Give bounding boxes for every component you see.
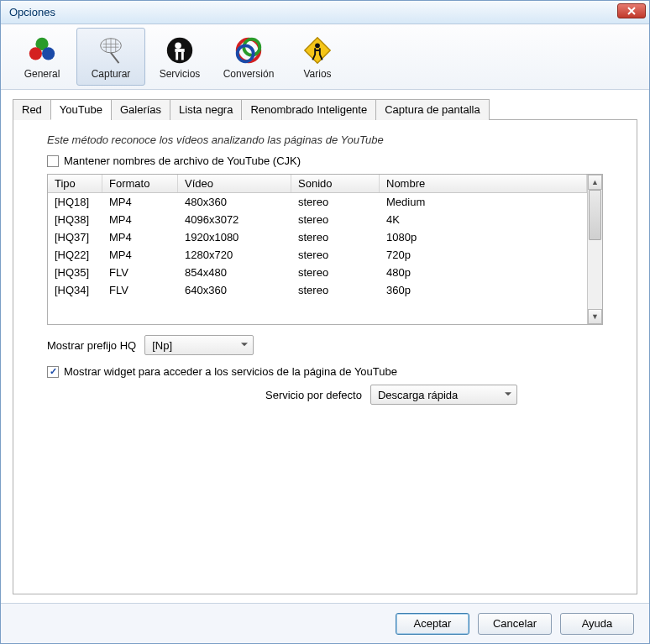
svg-point-5 (175, 42, 181, 49)
tab-captura-pantalla[interactable]: Captura de pantalla (375, 99, 489, 120)
cell-video: 640x360 (178, 281, 291, 299)
svg-rect-8 (181, 51, 184, 60)
svg-point-1 (29, 47, 42, 60)
table-row[interactable]: [HQ22]MP41280x720stereo720p (48, 246, 587, 264)
toolbar-label: Servicios (160, 68, 201, 80)
cell-tipo: [HQ18] (48, 193, 102, 211)
cell-nombre: Medium (380, 193, 587, 211)
cell-formato: MP4 (102, 193, 178, 211)
table-body: [HQ18]MP4480x360stereoMedium[HQ38]MP4409… (48, 193, 587, 299)
dialog-buttons: Aceptar Cancelar Ayuda (1, 603, 649, 643)
service-row: Servicio por defecto Descarga rápida (30, 385, 620, 405)
cell-tipo: [HQ35] (48, 264, 102, 281)
cell-video: 480x360 (178, 193, 291, 211)
sign-icon (301, 34, 333, 66)
prefix-label: Mostrar prefijo HQ (47, 339, 136, 352)
category-toolbar: General Capturar Servicios Conversión (1, 24, 649, 90)
cell-tipo: [HQ22] (48, 246, 102, 264)
col-tipo[interactable]: Tipo (48, 175, 102, 192)
cell-nombre: 720p (380, 246, 587, 264)
table-header: Tipo Formato Vídeo Sonido Nombre (48, 175, 587, 193)
keep-names-checkbox[interactable] (47, 155, 59, 167)
svg-point-2 (42, 47, 55, 60)
cell-nombre: 1080p (380, 228, 587, 246)
col-nombre[interactable]: Nombre (380, 175, 587, 192)
youtube-description: Este método reconoce los vídeos analizan… (30, 134, 620, 146)
accept-button[interactable]: Aceptar (396, 613, 469, 635)
col-formato[interactable]: Formato (102, 175, 178, 192)
service-label: Servicio por defecto (265, 389, 362, 401)
col-video[interactable]: Vídeo (178, 175, 291, 192)
services-icon (164, 34, 196, 66)
help-button[interactable]: Ayuda (560, 613, 634, 635)
widget-checkbox[interactable] (47, 366, 59, 378)
cell-video: 4096x3072 (178, 211, 291, 228)
toolbar-item-varios[interactable]: Varios (283, 28, 352, 86)
cell-video: 854x480 (178, 264, 291, 281)
toolbar-label: Capturar (92, 68, 131, 80)
cell-formato: FLV (102, 281, 178, 299)
svg-rect-6 (175, 49, 184, 52)
cell-nombre: 480p (380, 264, 587, 281)
cell-tipo: [HQ38] (48, 211, 102, 228)
toolbar-item-capturar[interactable]: Capturar (76, 28, 145, 86)
toolbar-item-general[interactable]: General (8, 28, 76, 86)
table-row[interactable]: [HQ18]MP4480x360stereoMedium (48, 193, 587, 211)
toolbar-item-servicios[interactable]: Servicios (145, 28, 214, 86)
cell-sonido: stereo (291, 228, 380, 246)
toolbar-label: Conversión (223, 68, 275, 80)
cell-sonido: stereo (291, 264, 380, 281)
scroll-up-button[interactable]: ▲ (588, 175, 602, 190)
tab-galerias[interactable]: Galerías (111, 99, 170, 120)
tab-youtube[interactable]: YouTube (50, 99, 112, 120)
toolbar-label: Varios (303, 68, 331, 80)
scroll-down-button[interactable]: ▼ (588, 309, 602, 324)
scroll-track[interactable] (588, 190, 602, 309)
keep-names-label: Mantener nombres de archivo de YouTube (… (64, 154, 301, 167)
window-title: Opciones (4, 6, 55, 18)
tab-lista-negra[interactable]: Lista negra (170, 99, 242, 120)
cell-formato: MP4 (102, 211, 178, 228)
table-row[interactable]: [HQ37]MP41920x1080stereo1080p (48, 228, 587, 246)
cell-tipo: [HQ34] (48, 281, 102, 299)
cell-sonido: stereo (291, 246, 380, 264)
cell-formato: MP4 (102, 228, 178, 246)
prefix-combo[interactable]: [Np] (144, 335, 254, 355)
cell-sonido: stereo (291, 193, 380, 211)
net-icon (95, 34, 127, 66)
service-combo[interactable]: Descarga rápida (370, 385, 517, 405)
tab-renombrado[interactable]: Renombrado Inteligente (241, 99, 376, 120)
widget-row: Mostrar widget para acceder a los servic… (30, 365, 620, 378)
table-scrollbar[interactable]: ▲ ▼ (587, 175, 602, 324)
service-value: Descarga rápida (378, 389, 458, 401)
svg-point-13 (315, 43, 320, 48)
conversion-icon (233, 34, 265, 66)
close-button[interactable] (617, 3, 646, 18)
table-row[interactable]: [HQ38]MP44096x3072stereo4K (48, 211, 587, 228)
tab-row: Red YouTube Galerías Lista negra Renombr… (13, 98, 637, 120)
toolbar-item-conversion[interactable]: Conversión (214, 28, 283, 86)
content-area: Red YouTube Galerías Lista negra Renombr… (1, 90, 649, 603)
cell-nombre: 360p (380, 281, 587, 299)
table-row[interactable]: [HQ34]FLV640x360stereo360p (48, 281, 587, 299)
cancel-button[interactable]: Cancelar (478, 613, 552, 635)
cell-video: 1280x720 (178, 246, 291, 264)
cell-nombre: 4K (380, 211, 587, 228)
cell-formato: FLV (102, 264, 178, 281)
formats-table: Tipo Formato Vídeo Sonido Nombre [HQ18]M… (47, 174, 603, 325)
balls-icon (26, 34, 58, 66)
options-dialog: Opciones General Capturar Servicios (0, 0, 650, 644)
table-row[interactable]: [HQ35]FLV854x480stereo480p (48, 264, 587, 281)
close-icon (627, 7, 636, 15)
prefix-row: Mostrar prefijo HQ [Np] (30, 335, 620, 355)
cell-sonido: stereo (291, 281, 380, 299)
tab-red[interactable]: Red (13, 99, 51, 120)
cell-sonido: stereo (291, 211, 380, 228)
toolbar-label: General (24, 68, 60, 80)
col-sonido[interactable]: Sonido (291, 175, 380, 192)
tab-body-youtube: Este método reconoce los vídeos analizan… (13, 120, 637, 594)
scroll-thumb[interactable] (589, 190, 601, 240)
cell-tipo: [HQ37] (48, 228, 102, 246)
widget-label: Mostrar widget para acceder a los servic… (64, 365, 397, 378)
prefix-value: [Np] (152, 339, 172, 352)
